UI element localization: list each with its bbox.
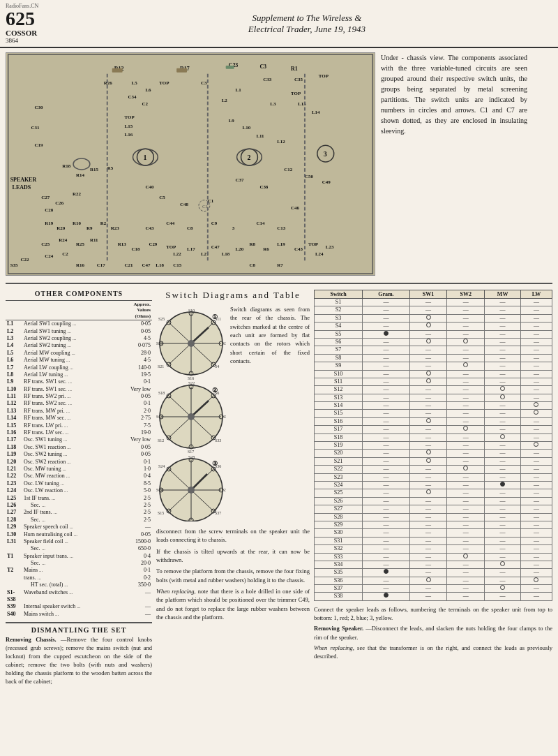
comp-table-row: L21Osc. MW tuning ...1·0	[6, 466, 152, 473]
svg-text:S15: S15	[158, 511, 164, 515]
comp-val: 1500·0	[114, 538, 152, 545]
comp-val: 2·5	[114, 517, 152, 524]
svg-text:L2: L2	[222, 98, 228, 103]
sw-table-row: S15————	[315, 410, 552, 417]
dismantling-title: DISMANTLING THE SET	[6, 626, 152, 634]
sw-cell-sw2: —	[447, 402, 485, 410]
sw-table-row: S20————	[315, 450, 552, 457]
sw-cell-gram: —	[363, 338, 410, 346]
comp-table-row: L6Aerial MW tuning ...4·5	[6, 357, 152, 364]
svg-text:R2: R2	[100, 221, 107, 226]
sw-table-row: S37————	[315, 585, 552, 593]
sw-cell-sw1: —	[409, 505, 447, 513]
sw-cell-sw1: —	[409, 442, 447, 450]
comp-desc: Sec. ...	[22, 545, 114, 552]
sw-table-row: S31—————	[315, 537, 552, 544]
comp-table-row: L18Osc. SW1 reaction ...0·05	[6, 444, 152, 451]
comp-ref: L31	[6, 538, 22, 545]
comp-table-row: L2Aerial SW1 tuning ...0·05	[6, 328, 152, 335]
sw-table-row: S12————	[315, 386, 552, 394]
comp-val: 0·1	[114, 567, 152, 574]
svg-point-171	[188, 413, 195, 420]
switch-diagrams-title: Switch Diagrams and Table	[156, 290, 310, 301]
comp-val: 2·5	[114, 509, 152, 516]
comp-val: 4·5	[114, 357, 152, 364]
svg-text:2: 2	[247, 154, 250, 161]
comp-val: Very low	[114, 386, 152, 393]
comp-ref: L21	[6, 466, 22, 473]
comp-desc: Aerial MW coupling ...	[22, 350, 114, 357]
sw-cell-sw2: —	[447, 497, 485, 505]
sw-cell-sw1: —	[409, 497, 447, 505]
svg-text:C44: C44	[166, 221, 174, 226]
comp-ref: L13	[6, 408, 22, 415]
comp-desc: Osc. LW tuning ...	[22, 480, 114, 487]
comp-desc: Osc. SW1 tuning ...	[22, 436, 114, 443]
comp-ref: L26	[6, 502, 22, 509]
comp-val: 0·2	[114, 575, 152, 581]
comp-ref: L3	[6, 335, 22, 342]
svg-text:L10: L10	[243, 125, 251, 131]
sw-cell-sw1: —	[409, 513, 447, 521]
comp-desc: RF trans. MW sec. ...	[22, 415, 114, 422]
sw-table-row: S6———	[315, 338, 552, 346]
comp-ref: L19	[6, 451, 22, 458]
comp-desc: 2nd IF trans. ...	[22, 509, 114, 516]
sw-cell-gram: —	[363, 489, 410, 497]
comp-val: —	[114, 611, 152, 618]
comp-table-row: L22Osc. MW reaction ...0·4	[6, 473, 152, 480]
sw-cell-mw: —	[485, 362, 521, 370]
sw-cell-sw1: —	[409, 386, 447, 394]
sw-table-row: S14————	[315, 402, 552, 410]
sw-table-row: S8—————	[315, 354, 552, 362]
comp-ref	[6, 560, 22, 567]
sw-text-p1: disconnect from the screw terminals on t…	[156, 527, 310, 544]
svg-text:R26: R26	[104, 80, 112, 86]
sw-cell-sw: S32	[315, 545, 363, 553]
comp-ref: L6	[6, 357, 22, 364]
comp-table-row: L3Aerial SW2 coupling ...4·5	[6, 335, 152, 342]
comp-val: 19·0	[114, 429, 152, 436]
sw-cell-gram: —	[363, 457, 410, 465]
sw-cell-sw: S6	[315, 338, 363, 346]
sw-cell-sw: S5	[315, 330, 363, 338]
sw-cell-sw2: —	[447, 442, 485, 450]
svg-text:C25: C25	[41, 242, 50, 247]
comp-desc: RF trans. LW pri. ...	[22, 422, 114, 429]
svg-text:C14: C14	[256, 221, 264, 226]
sw-cell-sw2	[447, 362, 485, 370]
svg-text:L23: L23	[326, 244, 334, 250]
svg-text:C48: C48	[180, 202, 188, 207]
comp-ref: L8	[6, 371, 22, 378]
sw-cell-sw: S22	[315, 466, 363, 473]
sw-cell-sw: S10	[315, 370, 363, 378]
comp-val: 0·1	[114, 400, 152, 407]
sw-cell-mw: —	[485, 489, 521, 497]
page-header: RadioFans.CN 625 COSSOR 3864 Supplement …	[0, 0, 558, 48]
comp-val: 19·5	[114, 371, 152, 378]
sw-cell-sw: S2	[315, 306, 363, 314]
sw-cell-lw: —	[520, 450, 552, 457]
sw-table-row: S3————	[315, 314, 552, 322]
sw-cell-sw1: —	[409, 306, 447, 314]
comp-val: 2·5	[114, 502, 152, 509]
svg-text:C35: C35	[294, 77, 303, 82]
sw-cell-mw: —	[485, 314, 521, 322]
sw-cell-sw: S1	[315, 299, 363, 306]
sw-cell-gram: —	[363, 529, 410, 537]
comp-table-row: L12RF trans. SW2 sec. ...0·1	[6, 400, 152, 407]
notes-p2: Removing Speaker. —Disconnect the leads,…	[314, 624, 552, 642]
switch-circles-container: ①	[156, 305, 226, 523]
sw-cell-sw: S35	[315, 569, 363, 577]
comp-desc: Speaker speech coil ...	[22, 524, 114, 531]
sw-cell-gram: —	[363, 323, 410, 330]
sw-cell-lw: —	[520, 529, 552, 537]
comp-desc: Aerial LW tuning ...	[22, 371, 114, 378]
comp-ref: S1-S38	[6, 589, 22, 604]
comp-val: 0·05	[114, 451, 152, 458]
sw-cell-gram: —	[363, 481, 410, 489]
comp-val: 350·0	[114, 581, 152, 588]
sw-cell-lw: —	[520, 497, 552, 505]
sw-cell-sw1: —	[409, 553, 447, 561]
sw-cell-lw: —	[520, 417, 552, 425]
